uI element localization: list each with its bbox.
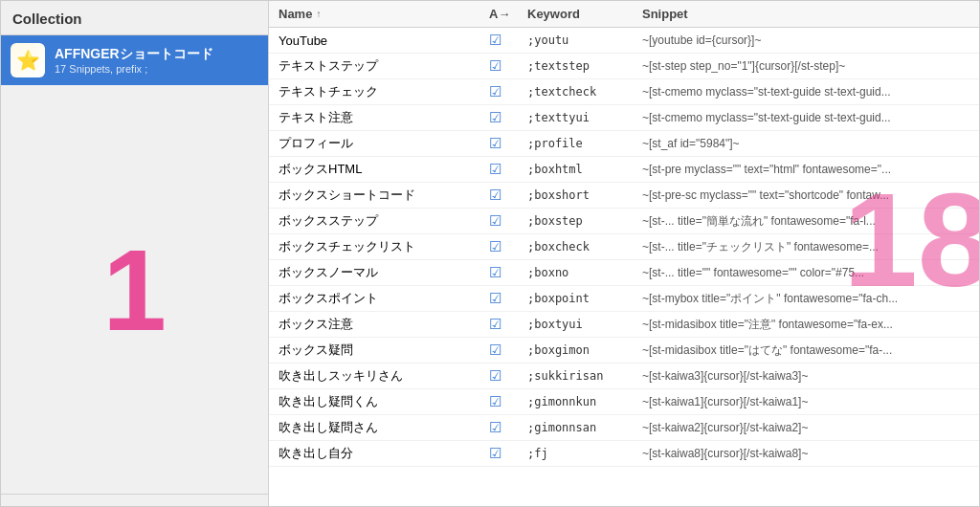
row-snippet: ~[st-cmemo myclass="st-text-guide st-tex… <box>642 111 969 124</box>
row-checkbox[interactable]: ☑ <box>489 83 527 100</box>
row-snippet: ~[youtube id={cursor}]~ <box>642 33 969 47</box>
header-sort-az[interactable]: A→ <box>489 7 527 21</box>
row-checkbox[interactable]: ☑ <box>489 109 527 126</box>
row-checkbox[interactable]: ☑ <box>489 419 527 436</box>
row-checkbox[interactable]: ☑ <box>489 316 527 333</box>
sidebar-header: Collection <box>1 1 268 35</box>
row-name: 吹き出しスッキリさん <box>278 367 489 385</box>
collection-icon: ⭐ <box>11 43 45 77</box>
star-icon: ⭐ <box>16 49 40 72</box>
sidebar-collection-item[interactable]: ⭐ AFFNGERショートコード 17 Snippets, prefix ; <box>1 35 268 85</box>
row-snippet: ~[st-pre-sc myclass="" text="shortcode" … <box>642 188 969 202</box>
row-checkbox[interactable]: ☑ <box>489 161 527 178</box>
row-checkbox[interactable]: ☑ <box>489 135 527 152</box>
row-snippet: ~[st_af id="5984"]~ <box>642 137 969 150</box>
row-snippet: ~[st-cmemo myclass="st-text-guide st-tex… <box>642 85 969 99</box>
row-name: ボックスステップ <box>278 212 489 230</box>
table-row[interactable]: 吹き出しスッキリさん ☑ ;sukkirisan ~[st-kaiwa3]{cu… <box>269 364 979 389</box>
row-keyword: ;boxhtml <box>527 163 642 176</box>
main-content: Name ↑ A→ Keyword Snippet YouTube ☑ ;you… <box>269 1 979 506</box>
sidebar: Collection ⭐ AFFNGERショートコード 17 Snippets,… <box>1 1 269 506</box>
row-checkbox[interactable]: ☑ <box>489 57 527 75</box>
row-snippet: ~[st-... title="チェックリスト" fontawesome=... <box>642 239 969 255</box>
row-keyword: ;textstep <box>527 59 642 73</box>
table-row[interactable]: テキスト注意 ☑ ;texttyui ~[st-cmemo myclass="s… <box>269 105 979 131</box>
table-row[interactable]: ボックスHTML ☑ ;boxhtml ~[st-pre myclass="" … <box>269 157 979 183</box>
row-keyword: ;textcheck <box>527 85 642 99</box>
row-snippet: ~[st-... title="簡単な流れ" fontawesome="fa-l… <box>642 213 969 230</box>
table-header: Name ↑ A→ Keyword Snippet <box>269 1 979 28</box>
table-row[interactable]: プロフィール ☑ ;profile ~[st_af id="5984"]~ <box>269 131 979 157</box>
row-keyword: ;profile <box>527 137 642 150</box>
table-row[interactable]: テキストチェック ☑ ;textcheck ~[st-cmemo myclass… <box>269 79 979 105</box>
row-snippet: ~[st-step step_no="1"]{cursor}[/st-step]… <box>642 59 969 73</box>
sidebar-number: 1 <box>1 85 268 494</box>
table-row[interactable]: 吹き出し疑問さん ☑ ;gimonnsan ~[st-kaiwa2]{curso… <box>269 415 979 441</box>
row-name: ボックスチェックリスト <box>278 238 489 255</box>
row-checkbox[interactable]: ☑ <box>489 445 527 462</box>
sort-arrow-icon[interactable]: ↑ <box>316 9 321 19</box>
row-keyword: ;texttyui <box>527 111 642 124</box>
row-keyword: ;boxno <box>527 266 642 279</box>
row-keyword: ;boxstep <box>527 214 642 228</box>
table-row[interactable]: 吹き出し疑問くん ☑ ;gimonnkun ~[st-kaiwa1]{curso… <box>269 389 979 415</box>
row-name: ボックスノーマル <box>278 264 489 281</box>
row-snippet: ~[st-mybox title="ポイント" fontawesome="fa-… <box>642 291 969 307</box>
row-name: ボックスHTML <box>278 161 489 178</box>
row-name: 吹き出し疑問くん <box>278 393 489 410</box>
sidebar-item-text: AFFNGERショートコード 17 Snippets, prefix ; <box>55 46 213 75</box>
row-name: ボックスポイント <box>278 290 489 307</box>
row-name: テキストステップ <box>278 57 489 75</box>
row-checkbox[interactable]: ☑ <box>489 32 527 49</box>
row-checkbox[interactable]: ☑ <box>489 290 527 307</box>
table-body: YouTube ☑ ;youtu ~[youtube id={cursor}]~… <box>269 28 979 506</box>
header-keyword: Keyword <box>527 7 642 21</box>
row-checkbox[interactable]: ☑ <box>489 342 527 359</box>
table-row[interactable]: ボックスポイント ☑ ;boxpoint ~[st-mybox title="ポ… <box>269 286 979 312</box>
table-row[interactable]: ボックス疑問 ☑ ;boxgimon ~[st-midasibox title=… <box>269 338 979 364</box>
row-keyword: ;gimonnkun <box>527 395 642 408</box>
row-keyword: ;boxshort <box>527 188 642 202</box>
row-keyword: ;sukkirisan <box>527 369 642 383</box>
row-name: テキストチェック <box>278 83 489 100</box>
row-name: YouTube <box>278 33 489 48</box>
collection-meta: 17 Snippets, prefix ; <box>55 63 213 75</box>
row-keyword: ;boxgimon <box>527 343 642 357</box>
table-row[interactable]: テキストステップ ☑ ;textstep ~[st-step step_no="… <box>269 54 979 79</box>
table-row[interactable]: 吹き出し自分 ☑ ;fj ~[st-kaiwa8]{cursor}[/st-ka… <box>269 441 979 467</box>
row-keyword: ;fj <box>527 447 642 460</box>
row-name: ボックス疑問 <box>278 342 489 359</box>
row-keyword: ;gimonnsan <box>527 421 642 434</box>
row-name: テキスト注意 <box>278 109 489 126</box>
row-checkbox[interactable]: ☑ <box>489 264 527 281</box>
row-snippet: ~[st-pre myclass="" text="html" fontawes… <box>642 163 969 176</box>
header-name: Name ↑ <box>278 7 489 21</box>
header-name-label: Name <box>278 7 312 21</box>
table-row[interactable]: ボックス注意 ☑ ;boxtyui ~[st-midasibox title="… <box>269 312 979 338</box>
row-name: 吹き出し自分 <box>278 445 489 462</box>
row-snippet: ~[st-kaiwa2]{cursor}[/st-kaiwa2]~ <box>642 421 969 434</box>
row-checkbox[interactable]: ☑ <box>489 238 527 255</box>
collection-name: AFFNGERショートコード <box>55 46 213 63</box>
row-snippet: ~[st-midasibox title="はてな" fontawesome="… <box>642 342 969 359</box>
row-checkbox[interactable]: ☑ <box>489 187 527 204</box>
row-keyword: ;youtu <box>527 33 642 47</box>
row-snippet: ~[st-kaiwa1]{cursor}[/st-kaiwa1]~ <box>642 395 969 408</box>
table-row[interactable]: YouTube ☑ ;youtu ~[youtube id={cursor}]~ <box>269 28 979 54</box>
row-name: ボックス注意 <box>278 316 489 333</box>
row-checkbox[interactable]: ☑ <box>489 212 527 230</box>
row-checkbox[interactable]: ☑ <box>489 367 527 385</box>
table-row[interactable]: ボックスチェックリスト ☑ ;boxcheck ~[st-... title="… <box>269 234 979 260</box>
table-row[interactable]: ボックスノーマル ☑ ;boxno ~[st-... title="" font… <box>269 260 979 286</box>
table-row[interactable]: ボックスステップ ☑ ;boxstep ~[st-... title="簡単な流… <box>269 209 979 234</box>
row-keyword: ;boxtyui <box>527 318 642 331</box>
row-keyword: ;boxpoint <box>527 292 642 305</box>
row-checkbox[interactable]: ☑ <box>489 393 527 410</box>
row-keyword: ;boxcheck <box>527 240 642 254</box>
row-snippet: ~[st-... title="" fontawesome="" color="… <box>642 266 969 279</box>
table-row[interactable]: ボックスショートコード ☑ ;boxshort ~[st-pre-sc mycl… <box>269 183 979 209</box>
header-snippet: Snippet <box>642 7 969 21</box>
row-snippet: ~[st-midasibox title="注意" fontawesome="f… <box>642 317 969 333</box>
row-name: 吹き出し疑問さん <box>278 419 489 436</box>
row-snippet: ~[st-kaiwa8]{cursor}[/st-kaiwa8]~ <box>642 447 969 460</box>
